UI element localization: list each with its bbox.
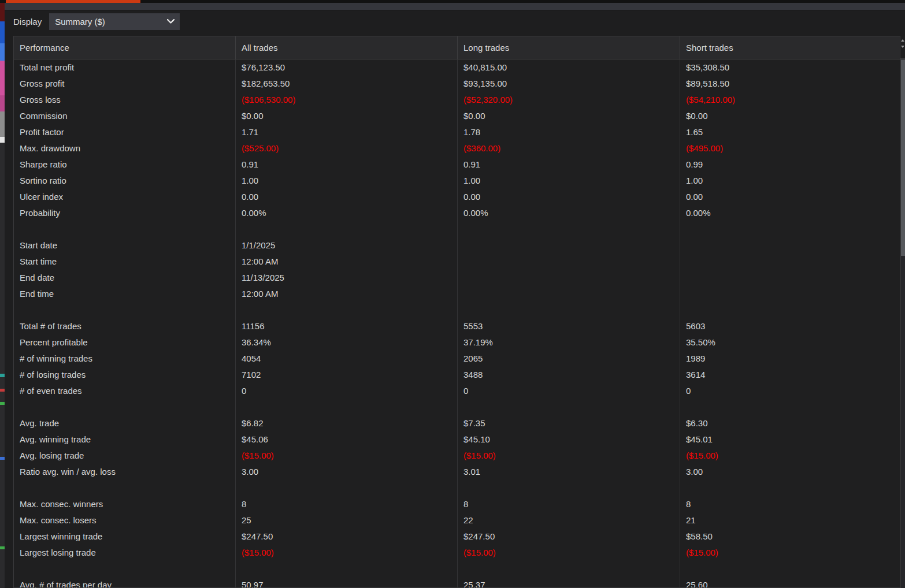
row-value: 0.91: [458, 157, 680, 173]
row-value: 22: [458, 512, 680, 529]
row-label: Max. drawdown: [14, 140, 236, 157]
vertical-scrollbar[interactable]: [901, 59, 905, 588]
row-label: Total # of trades: [14, 318, 236, 334]
row-value: ($106,530.00): [236, 92, 458, 108]
row-value: 0: [680, 383, 900, 399]
row-value: $247.50: [236, 529, 458, 545]
row-value: 0: [458, 383, 680, 399]
edge-strip-segment: [0, 549, 5, 588]
row-value: ($15.00): [680, 545, 900, 561]
row-label: Max. consec. losers: [14, 512, 236, 529]
row-value: 3.00: [680, 464, 900, 480]
spacer-cell: [14, 399, 236, 415]
row-value: 8: [458, 496, 680, 512]
row-value: 12:00 AM: [236, 254, 458, 270]
row-value: $35,308.50: [680, 59, 900, 76]
row-label: Sharpe ratio: [14, 157, 236, 173]
row-label: Max. consec. winners: [14, 496, 236, 512]
row-value: [680, 286, 900, 302]
row-value: $0.00: [236, 108, 458, 124]
scrollbar-header-corner: [900, 36, 905, 59]
row-value: 1.00: [458, 173, 680, 189]
row-value: $45.06: [236, 431, 458, 448]
column-header-performance[interactable]: Performance: [14, 36, 236, 59]
row-value: [458, 237, 680, 254]
edge-strip-segment: [0, 95, 5, 111]
row-value: 35.50%: [680, 334, 900, 351]
scroll-down-icon[interactable]: [901, 46, 904, 48]
row-value: 8: [236, 496, 458, 512]
row-label: Gross profit: [14, 76, 236, 92]
spacer-cell: [458, 302, 680, 318]
row-value: 1.00: [236, 173, 458, 189]
edge-strip-segment: [0, 3, 5, 21]
row-value: 25.60: [680, 577, 900, 588]
spacer-cell: [14, 561, 236, 577]
row-value: $0.00: [458, 108, 680, 124]
row-value: 0.00%: [236, 205, 458, 221]
column-header-long-trades[interactable]: Long trades: [458, 36, 680, 59]
column-header-short-trades[interactable]: Short trades: [680, 36, 900, 59]
row-value: $6.82: [236, 415, 458, 431]
row-label: Avg. trade: [14, 415, 236, 431]
row-label: Gross loss: [14, 92, 236, 108]
edge-strip-segment: [0, 137, 5, 143]
row-value: [680, 237, 900, 254]
edge-strip-segment: [0, 111, 5, 137]
edge-strip-segment: [0, 21, 5, 43]
spacer-cell: [236, 302, 458, 318]
row-label: # of even trades: [14, 383, 236, 399]
row-label: Total net profit: [14, 59, 236, 76]
display-dropdown[interactable]: Summary ($): [49, 13, 180, 30]
edge-strip-segment: [0, 61, 5, 95]
row-value: 2065: [458, 351, 680, 367]
row-value: 25: [236, 512, 458, 529]
row-value: 1.71: [236, 124, 458, 140]
row-value: $45.10: [458, 431, 680, 448]
row-label: Ratio avg. win / avg. loss: [14, 464, 236, 480]
row-value: 50.97: [236, 577, 458, 588]
row-value: 1.65: [680, 124, 900, 140]
row-value: [458, 254, 680, 270]
row-label: Commission: [14, 108, 236, 124]
row-value: 12:00 AM: [236, 286, 458, 302]
row-value: $45.01: [680, 431, 900, 448]
row-value: 1/1/2025: [236, 237, 458, 254]
tab-strip[interactable]: [5, 3, 905, 10]
row-value: ($525.00): [236, 140, 458, 157]
scroll-up-icon[interactable]: [901, 39, 904, 42]
row-value: 0.00: [680, 189, 900, 205]
row-value: 0.00%: [458, 205, 680, 221]
row-label: # of winning trades: [14, 351, 236, 367]
row-value: ($15.00): [458, 545, 680, 561]
row-label: Start date: [14, 237, 236, 254]
performance-summary-table: PerformanceAll tradesLong tradesShort tr…: [13, 36, 901, 588]
row-value: 36.34%: [236, 334, 458, 351]
spacer-cell: [236, 221, 458, 237]
display-dropdown-value: Summary ($): [55, 17, 105, 27]
row-value: 3.00: [236, 464, 458, 480]
row-label: # of losing trades: [14, 367, 236, 383]
edge-strip-segment: [0, 392, 5, 402]
spacer-cell: [680, 302, 900, 318]
row-value: $6.30: [680, 415, 900, 431]
row-value: ($495.00): [680, 140, 900, 157]
row-value: 1.00: [680, 173, 900, 189]
scrollbar-thumb[interactable]: [901, 59, 905, 256]
row-label: Profit factor: [14, 124, 236, 140]
row-value: ($54,210.00): [680, 92, 900, 108]
spacer-cell: [458, 561, 680, 577]
row-value: 3614: [680, 367, 900, 383]
row-value: $7.35: [458, 415, 680, 431]
edge-strip-segment: [0, 377, 5, 389]
row-value: 0.91: [236, 157, 458, 173]
row-value: 0.00: [236, 189, 458, 205]
row-value: $58.50: [680, 529, 900, 545]
column-header-all-trades[interactable]: All trades: [236, 36, 458, 59]
spacer-cell: [14, 302, 236, 318]
row-value: 11156: [236, 318, 458, 334]
row-value: 5603: [680, 318, 900, 334]
row-value: [680, 270, 900, 286]
row-value: ($52,320.00): [458, 92, 680, 108]
row-value: 1.78: [458, 124, 680, 140]
